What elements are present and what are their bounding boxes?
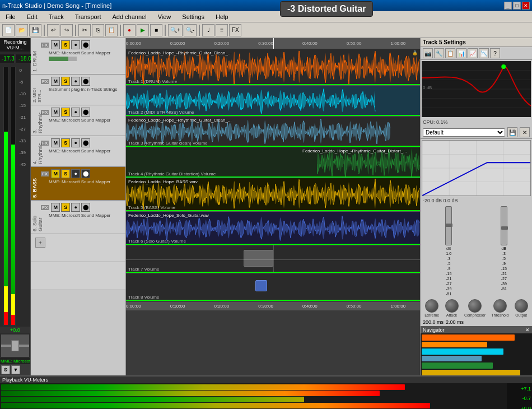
track-4-solo[interactable]: S <box>61 138 70 147</box>
track-4-mono[interactable]: ⬤ <box>81 138 90 147</box>
track-row-4[interactable]: Federico_Loddo_Hope_-Rhythmic_Guitar_Dis… <box>126 147 420 178</box>
track-2-solo[interactable]: S <box>61 77 70 86</box>
track-6-arm[interactable]: ● <box>71 203 80 212</box>
slider-1-val2: -3 <box>447 257 450 261</box>
track-5-fx[interactable]: FX <box>41 171 49 176</box>
track-5-mute[interactable]: M <box>51 169 60 178</box>
vu-extra-btn[interactable]: ▼ <box>11 365 20 374</box>
track-3-solo[interactable]: S <box>61 108 70 117</box>
toolbar-rec[interactable]: ● <box>123 24 136 36</box>
slider-group-1: dB 1.0 -3 -5 -9 -15 -21 -27 -39 -51 <box>445 206 452 296</box>
toolbar-new[interactable]: 📄 <box>2 24 15 36</box>
title-text: n-Track Studio | Demo Song - [Timeline] <box>2 2 111 9</box>
knob-threshold-control[interactable] <box>493 299 507 313</box>
toolbar-stop[interactable]: ■ <box>150 24 162 36</box>
comp-preset-select[interactable]: Default <box>423 128 505 137</box>
comp-save[interactable]: 💾 <box>507 127 517 137</box>
track-row-1[interactable]: Federico_Loddo_Hope_-Rhythmic_Guitar_Cle… <box>126 49 420 86</box>
track-row-8[interactable]: Track 8 Volume <box>126 273 420 301</box>
track-4-arm[interactable]: ● <box>71 138 80 147</box>
track-row-6[interactable]: Federico_Loddo_Hope_Solo_Guitar.wav Trac… <box>126 212 420 245</box>
track-1-mono[interactable]: ⬤ <box>81 40 90 49</box>
toolbar-open[interactable]: 📂 <box>16 24 28 36</box>
toolbar-mixer[interactable]: ≡ <box>216 24 228 36</box>
track-3-mute[interactable]: M <box>51 108 60 117</box>
track-7-add[interactable]: + <box>35 238 45 248</box>
toolbar-zoom-out[interactable]: 🔍- <box>184 24 197 36</box>
track-row-5[interactable]: Federico_Loddo_Hope_BASS.wav Track 5 (BA… <box>126 178 420 212</box>
slider-2[interactable] <box>501 206 507 245</box>
menubar: File Edit Track Transport Add channel Vi… <box>0 11 532 22</box>
track-3-mono[interactable]: ⬤ <box>81 108 90 117</box>
menu-transport[interactable]: Transport <box>72 13 105 21</box>
menu-file[interactable]: File <box>2 13 19 21</box>
minimize-button[interactable]: _ <box>504 2 512 10</box>
rp-help[interactable]: ? <box>490 48 500 58</box>
menu-help[interactable]: Help <box>212 13 232 21</box>
knob-compressor-control[interactable] <box>468 299 482 313</box>
toolbar-redo[interactable]: ↪ <box>60 24 73 36</box>
track-3-arm[interactable]: ● <box>71 108 80 117</box>
track-row-3[interactable]: Federico_Loddo_Hope_-Rhythmic_Guitar_Cle… <box>126 117 420 147</box>
menu-edit[interactable]: Edit <box>24 13 41 21</box>
menu-track[interactable]: Track <box>45 13 67 21</box>
track-2-mute[interactable]: M <box>51 77 60 86</box>
track-row-2[interactable]: Track 2 (MIDI STRINGS) Volume <box>126 86 420 117</box>
timeline-area[interactable]: 0:00:00 0:10:00 0:20:00 0:30:00 0:40:00 … <box>126 38 420 375</box>
pb-bar-4 <box>1 403 430 408</box>
knob-extreme-control[interactable] <box>425 299 438 313</box>
slider-1-val: 1.0 <box>446 252 451 255</box>
track-6-solo[interactable]: S <box>61 203 70 212</box>
menu-view[interactable]: View <box>155 13 175 21</box>
track-2-fx[interactable]: FX <box>41 79 49 84</box>
knob-attack-control[interactable] <box>445 299 459 313</box>
close-button[interactable]: ✕ <box>522 2 530 10</box>
slider-1-val9: -51 <box>446 292 451 296</box>
track-1-arm[interactable]: ● <box>71 40 80 49</box>
navigator-close[interactable]: ✕ <box>525 327 530 333</box>
eq-canvas[interactable] <box>422 61 531 117</box>
toolbar-metronome[interactable]: ♩ <box>202 24 214 36</box>
rp-icon-4[interactable]: 📊 <box>456 48 466 58</box>
toolbar-paste[interactable]: 📋 <box>105 24 118 36</box>
track-8-clip[interactable] <box>255 280 267 291</box>
toolbar-undo[interactable]: ↩ <box>47 24 59 36</box>
vu-left-reading: -17.3 <box>0 54 15 63</box>
rp-icon-1[interactable]: 📷 <box>423 48 433 58</box>
comp-close[interactable]: ✕ <box>520 127 530 137</box>
track-5-solo[interactable]: S <box>61 169 70 178</box>
menu-settings[interactable]: Settings <box>179 13 208 21</box>
track-4-mute[interactable]: M <box>51 138 60 147</box>
track-1-solo[interactable]: S <box>61 40 70 49</box>
rp-icon-2[interactable]: 🔧 <box>434 48 444 58</box>
toolbar-cut[interactable]: ✂ <box>78 24 91 36</box>
vu-right-bar <box>11 67 16 326</box>
vu-fader-area[interactable] <box>1 334 29 357</box>
toolbar-play[interactable]: ▶ <box>137 24 149 36</box>
track-5-label: 5. BASS <box>32 169 38 198</box>
track-1-fx[interactable]: FX <box>41 43 49 48</box>
track-6-mute[interactable]: M <box>51 203 60 212</box>
knob-output-control[interactable] <box>515 299 528 313</box>
vu-settings-btn[interactable]: ⚙ <box>1 365 10 374</box>
track-1-volume[interactable] <box>49 57 77 61</box>
toolbar-save[interactable]: 💾 <box>29 24 41 36</box>
toolbar-zoom-in[interactable]: 🔍+ <box>168 24 183 36</box>
track-5-mono[interactable]: ⬤ <box>81 169 90 178</box>
rp-icon-6[interactable]: 📉 <box>479 48 489 58</box>
track-2-mono[interactable]: ⬤ <box>81 77 90 86</box>
toolbar-copy[interactable]: ⎘ <box>92 24 104 36</box>
track-row-7[interactable]: Track 7 Volume <box>126 245 420 273</box>
track-6-mono[interactable]: ⬤ <box>81 203 90 212</box>
slider-1[interactable] <box>445 206 452 245</box>
track-1-device: MME: Microsoft Sound Mapper <box>49 50 123 55</box>
track-5-arm[interactable]: ● <box>71 169 80 178</box>
track-1-mute[interactable]: M <box>51 40 60 49</box>
rp-icon-5[interactable]: 📈 <box>468 48 478 58</box>
maximize-button[interactable]: □ <box>513 2 521 10</box>
menu-addchannel[interactable]: Add channel <box>109 13 150 21</box>
toolbar-fx[interactable]: FX <box>229 24 241 36</box>
rp-icon-3[interactable]: 📋 <box>445 48 455 58</box>
track-2-arm[interactable]: ● <box>71 77 80 86</box>
track-3-device: MME: Microsoft Sound Mapper <box>49 118 123 123</box>
